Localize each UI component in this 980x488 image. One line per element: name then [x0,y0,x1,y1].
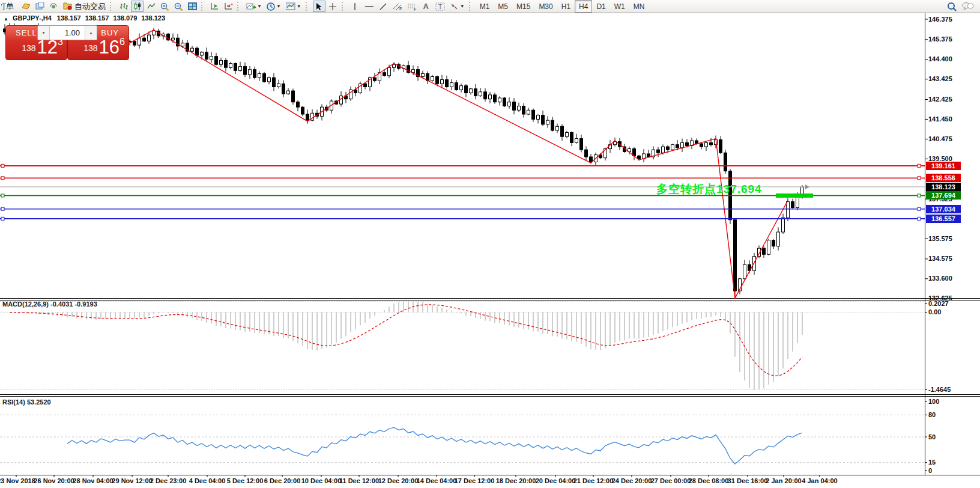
candle [566,132,569,136]
volume-increase-button[interactable]: ▲ [85,26,97,40]
candle [791,201,794,207]
candle [172,38,175,40]
horizontal-line-tool-icon[interactable] [363,1,376,12]
candle [532,110,535,119]
new-order-icon[interactable] [20,1,32,12]
candle [777,232,780,246]
candle [580,139,583,150]
cursor-tool-icon[interactable] [313,1,325,12]
line-anchor [1,207,4,210]
timeframe-H1[interactable]: H1 [557,0,575,13]
buy-label: BUY [101,28,119,37]
candle [364,84,367,87]
candle [671,145,674,150]
letter-a-glyph: A [423,2,429,11]
candle [133,41,136,45]
candle [153,31,156,35]
text-tool-icon[interactable]: A [420,1,432,12]
candle [229,64,232,68]
candle [292,91,295,102]
zoom-in-icon[interactable] [159,1,171,12]
price-badge-136.557: 136.557 [926,215,961,223]
candle [205,52,208,59]
candle [772,240,775,246]
candle [801,187,804,195]
chart-shift-icon[interactable]: + [222,1,235,12]
candle [575,139,578,143]
template-button[interactable]: ▼ [284,1,303,12]
tile-windows-icon[interactable] [186,1,199,12]
candle [556,126,559,130]
candlestick-chart-type-icon[interactable] [131,1,144,12]
bar-chart-type-icon[interactable] [117,1,130,12]
ohlc-open: 138.157 [57,14,81,22]
line-chart-type-icon[interactable] [145,1,157,12]
crosshair-tool-icon[interactable] [327,1,339,12]
timeframe-H4[interactable]: H4 [575,0,592,13]
candle [249,70,252,75]
candle [143,38,146,41]
price-badge-138.123: 138.123 [926,183,961,191]
candle [710,142,713,144]
macd-label: MACD(12,26,9) -0.4031 -0.9193 [2,300,97,308]
candle [782,218,785,232]
trendline-tool-icon[interactable] [377,1,390,12]
collapse-icon[interactable]: ▲ [4,16,8,22]
chat-icon[interactable] [960,1,976,12]
buy-price-pips: 16 [99,37,119,58]
main-toolbar: 打单 自动交易 [0,0,980,13]
line-anchor [1,217,4,220]
candle [537,115,540,120]
chevron-down-icon: ▼ [257,4,262,9]
fibonacci-tool-icon[interactable]: F [405,1,419,12]
volume-decrease-button[interactable]: ▼ [38,26,50,40]
toolbar-separator [110,2,115,11]
candle [465,86,468,93]
timeframe-D1[interactable]: D1 [592,0,609,13]
candle [527,110,530,114]
candle [412,70,415,73]
candle [753,257,756,271]
candle [676,145,679,148]
equidistant-channel-tool-icon[interactable]: E [391,1,404,12]
candle [767,240,770,255]
add-indicator-button[interactable]: ▼ [244,1,264,12]
arrows-tool-button[interactable]: ▼ [448,1,467,12]
timeframe-M1[interactable]: M1 [476,0,494,13]
timeframe-MN[interactable]: MN [629,0,649,13]
vertical-line-tool-icon[interactable] [349,1,361,12]
place-order-button[interactable]: 打单 [1,1,19,12]
one-click-trading-panel: SELL 138123 BUY 138166 ▼ 1.00 ▲ [5,25,129,60]
line-anchor [918,164,921,167]
timeframe-M5[interactable]: M5 [494,0,512,13]
timeframe-M30[interactable]: M30 [534,0,557,13]
search-icon[interactable] [945,1,959,12]
candle [441,80,444,84]
zoom-out-icon[interactable] [172,1,185,12]
candle [513,102,516,111]
svg-text:+: + [231,2,233,7]
chart-canvas[interactable] [0,0,980,488]
signals-icon[interactable] [47,1,60,12]
sell-price-figure: 138 [22,43,35,53]
auto-scroll-icon[interactable] [208,1,221,12]
autotrading-button[interactable]: 自动交易 [61,1,107,12]
candle [570,132,573,142]
new-chart-icon[interactable] [34,1,46,12]
candle [297,102,300,107]
sell-label: SELL [16,28,37,37]
period-selector-button[interactable]: ▼ [265,1,283,12]
candle [301,107,304,114]
timeframe-W1[interactable]: W1 [610,0,629,13]
candle [273,78,276,87]
text-label-tool-icon[interactable]: T [434,1,447,12]
candle [561,126,564,136]
candle [498,98,501,102]
last-price-pointer [805,185,809,189]
chevron-down-icon: ▼ [460,4,465,9]
candle [542,115,545,124]
volume-input[interactable]: 1.00 [50,26,85,40]
symbol-header: ▲ GBPJPY-,H4 138.157 138.157 138.079 138… [4,14,165,22]
timeframe-M15[interactable]: M15 [512,0,534,13]
candle [474,89,477,96]
